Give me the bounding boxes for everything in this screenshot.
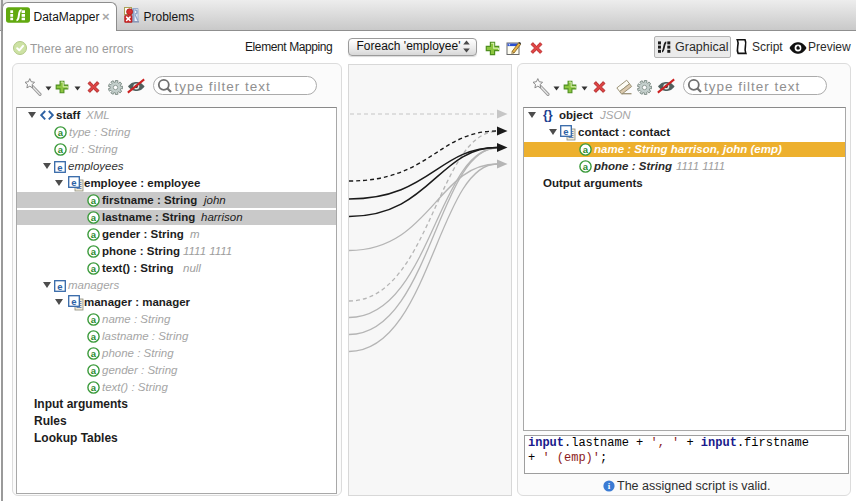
svg-text:a: a (583, 161, 589, 172)
svg-text:a: a (583, 144, 589, 155)
svg-text:a: a (91, 195, 97, 206)
svg-text:a: a (91, 263, 97, 274)
svg-text:a: a (91, 246, 97, 257)
svg-text:e: e (71, 295, 76, 306)
svg-text:a: a (91, 365, 97, 376)
svg-text:a: a (91, 212, 97, 223)
svg-text:a: a (91, 331, 97, 342)
svg-text:a: a (91, 382, 97, 393)
svg-text:a: a (91, 314, 97, 325)
svg-text:e: e (563, 125, 568, 136)
svg-text:e: e (57, 280, 62, 291)
svg-text:a: a (91, 229, 97, 240)
svg-text:a: a (91, 348, 97, 359)
